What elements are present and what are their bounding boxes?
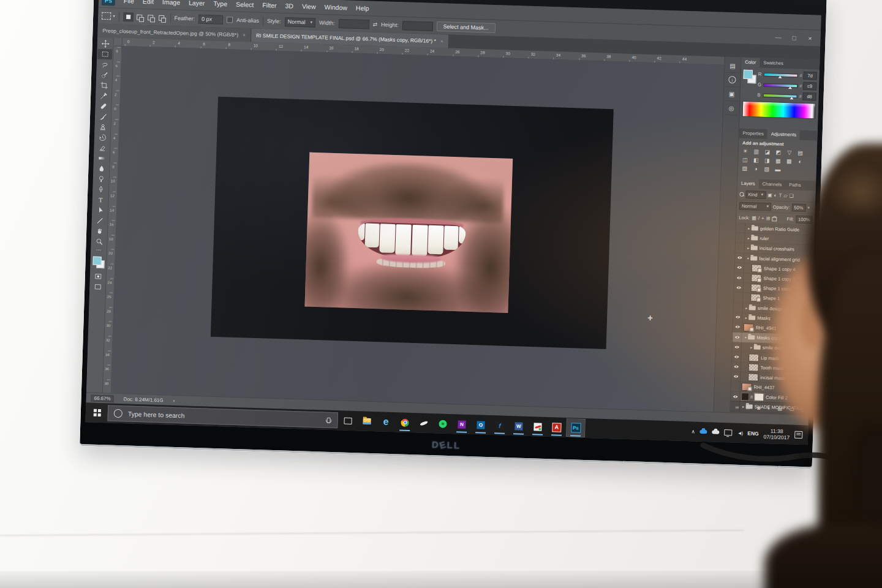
expand-icon[interactable]: ▸ — [749, 345, 754, 350]
visibility-toggle[interactable] — [736, 233, 745, 243]
tool-preset-picker[interactable]: ▾ — [102, 12, 115, 20]
menu-help[interactable]: Help — [352, 3, 374, 13]
quick-mask-icon[interactable] — [91, 271, 106, 282]
visibility-toggle[interactable] — [731, 392, 740, 402]
display-icon[interactable] — [725, 429, 733, 435]
menu-type[interactable]: Type — [209, 0, 232, 9]
layer-comps-panel-icon[interactable]: ▣ — [725, 87, 739, 102]
taskbar-onenote[interactable]: N — [453, 415, 471, 433]
taskbar-chrome[interactable] — [396, 413, 414, 431]
selective-color-adjustment-icon[interactable]: ▧ — [763, 165, 771, 173]
collapse-icon[interactable]: ▾ — [743, 335, 748, 339]
quick-selection-tool[interactable] — [97, 70, 112, 81]
hand-tool[interactable] — [92, 225, 107, 236]
expand-icon[interactable]: ▸ — [744, 306, 749, 310]
color-balance-adjustment-icon[interactable]: ◫ — [741, 156, 748, 164]
onedrive-icon[interactable] — [700, 430, 707, 434]
photoshop-logo[interactable]: Ps — [102, 0, 116, 6]
black-white-adjustment-icon[interactable]: ◧ — [752, 156, 760, 164]
collapse-icon[interactable]: ▾ — [745, 256, 750, 260]
select-and-mask-button[interactable]: Select and Mask... — [436, 21, 496, 33]
visibility-toggle[interactable] — [731, 382, 740, 391]
tab-channels[interactable]: Channels — [758, 179, 785, 190]
posterize-adjustment-icon[interactable]: ▨ — [741, 164, 748, 172]
canvas-pasteboard[interactable]: + — [111, 46, 724, 412]
language-indicator[interactable]: ENG — [747, 430, 759, 437]
crop-tool[interactable] — [96, 80, 111, 91]
taskbar-word[interactable]: W — [510, 417, 528, 435]
channel-mixer-adjustment-icon[interactable]: ▦ — [774, 156, 782, 164]
hue-saturation-adjustment-icon[interactable]: ▤ — [797, 149, 804, 157]
curves-adjustment-icon[interactable]: ◪ — [764, 148, 771, 156]
visibility-toggle[interactable] — [733, 322, 742, 332]
expand-icon[interactable]: ▸ — [744, 315, 748, 320]
expand-icon[interactable]: ▸ — [746, 246, 751, 251]
taskbar-file-explorer[interactable] — [358, 412, 376, 430]
menu-filter[interactable]: Filter — [258, 0, 281, 10]
width-input[interactable] — [338, 18, 369, 29]
channel-slider[interactable] — [763, 93, 797, 98]
color-spectrum-ramp[interactable] — [742, 101, 816, 119]
adjustment-filter-icon[interactable]: ◐ — [774, 192, 777, 198]
history-panel-icon[interactable]: ▤ — [726, 59, 740, 74]
eyedropper-tool[interactable] — [96, 91, 111, 102]
tab-close-icon[interactable]: × — [440, 38, 443, 44]
lasso-tool[interactable] — [97, 59, 112, 70]
channel-slider[interactable] — [763, 83, 797, 88]
visibility-toggle[interactable] — [733, 312, 742, 322]
visibility-toggle[interactable] — [736, 224, 745, 233]
visibility-toggle[interactable] — [733, 332, 742, 342]
visibility-toggle[interactable] — [731, 372, 741, 382]
tab-layers[interactable]: Layers — [737, 179, 759, 189]
visibility-toggle[interactable] — [734, 283, 744, 293]
add-selection-button[interactable] — [134, 12, 144, 22]
opacity-input[interactable]: 50% — [791, 203, 805, 212]
lock-artboard-icon[interactable]: ⊞ — [766, 216, 771, 221]
visibility-toggle[interactable] — [734, 273, 744, 282]
lock-position-icon[interactable]: + — [761, 215, 764, 221]
tab-color[interactable]: Color — [741, 58, 760, 68]
visibility-toggle[interactable] — [735, 263, 744, 273]
invert-adjustment-icon[interactable]: ◐ — [796, 157, 804, 165]
foreground-swatch[interactable] — [743, 70, 752, 79]
type-tool[interactable]: T — [92, 195, 108, 206]
expand-icon[interactable]: ▸ — [747, 226, 752, 230]
blur-tool[interactable] — [94, 164, 109, 175]
height-input[interactable] — [402, 21, 432, 31]
tab-paths[interactable]: Paths — [785, 180, 805, 190]
channel-hex-input[interactable]: d8 — [802, 92, 816, 101]
spot-healing-tool[interactable] — [96, 101, 111, 112]
channel-hex-input[interactable]: 7d — [803, 72, 816, 80]
restore-button[interactable]: □ — [787, 34, 801, 41]
clock[interactable]: 11:38 07/10/2017 — [763, 428, 790, 440]
taskbar-white-feather[interactable] — [415, 414, 433, 432]
subtract-selection-button[interactable] — [145, 13, 155, 23]
brush-tool[interactable] — [96, 111, 111, 123]
pen-tool[interactable] — [93, 184, 108, 195]
menu-edit[interactable]: Edit — [138, 0, 159, 7]
move-tool[interactable] — [98, 39, 113, 50]
taskbar-task-view[interactable] — [339, 412, 357, 429]
menu-file[interactable]: File — [119, 0, 138, 6]
visibility-toggle[interactable] — [731, 362, 741, 372]
visibility-toggle[interactable] — [736, 243, 745, 253]
close-button[interactable]: × — [803, 34, 816, 42]
visibility-toggle[interactable] — [732, 342, 741, 352]
visibility-toggle[interactable] — [730, 402, 739, 412]
taskbar-spotify[interactable]: ≈ — [434, 415, 452, 432]
blend-mode-select[interactable]: Normal▾ — [739, 202, 771, 211]
dodge-tool[interactable] — [94, 174, 109, 185]
microphone-icon[interactable] — [327, 417, 331, 423]
gradient-tool[interactable] — [94, 153, 110, 164]
slider-thumb[interactable] — [788, 86, 792, 89]
visibility-toggle[interactable] — [732, 352, 741, 362]
channel-hex-input[interactable]: c9 — [803, 82, 816, 91]
zoom-level-input[interactable]: 66.67% — [91, 394, 113, 402]
swap-dimensions-icon[interactable]: ⇄ — [372, 21, 377, 28]
slider-thumb[interactable] — [778, 75, 782, 78]
tray-chevron-icon[interactable]: ∧ — [691, 428, 695, 434]
exposure-adjustment-icon[interactable]: ◩ — [775, 148, 782, 156]
tab-swatches[interactable]: Swatches — [760, 58, 787, 69]
new-selection-button[interactable] — [123, 12, 133, 21]
style-select[interactable]: Normal▾ — [284, 17, 315, 28]
